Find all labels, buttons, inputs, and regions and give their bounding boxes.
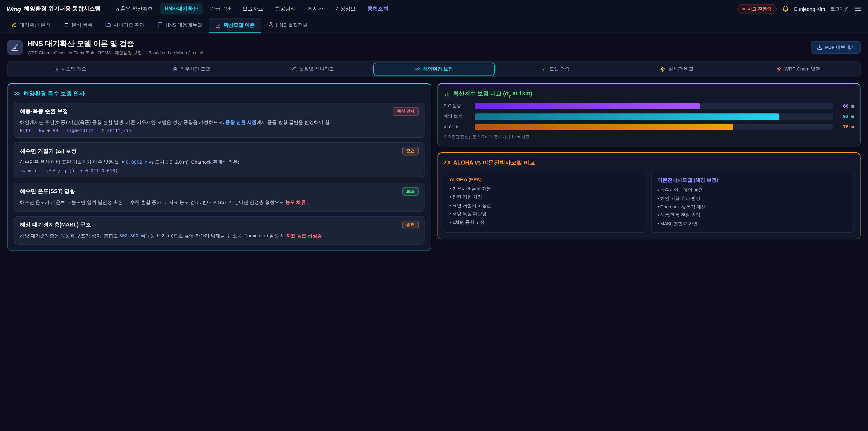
download-icon — [817, 45, 822, 50]
notification-bell-icon[interactable] — [782, 5, 789, 12]
section-tab[interactable]: 시스템 개요 — [9, 63, 130, 75]
nav-item[interactable]: 보고자료 — [238, 3, 268, 14]
gaussian-icon — [172, 66, 178, 72]
section-tab[interactable]: 가우시안 모델 — [130, 63, 252, 75]
correction-factor-list: 해풍·육풍 순환 보정핵심 인자해안에서는 주간(해풍)·야간(육풍) 풍향 전… — [14, 102, 424, 245]
page-title: HNS 대기확산 모델 이론 및 검증 — [28, 39, 204, 49]
brand-title: 해양환경 위기대응 통합시스템 — [24, 5, 101, 13]
subtab[interactable]: HNS 대응매뉴얼 — [151, 18, 208, 33]
page-subtitle: WRF-Chem · Gaussian Plume/Puff · ROMS · … — [28, 50, 204, 56]
menu-icon[interactable] — [854, 5, 862, 12]
section-tab-label: 시스템 개요 — [61, 66, 86, 72]
section-tab[interactable]: 물질별 시나리오 — [252, 63, 373, 75]
model-comparison-title: ALOHA vs 이문진박사모델 비교 — [453, 159, 535, 166]
brand-logo: Wing — [6, 5, 21, 12]
subtab-bar: 대기확산 분석분석 목록시나리오 관리HNS 대응매뉴얼확산모델 이론HNS 물… — [0, 18, 868, 33]
chart-bar-row: 해양 보정92 m — [444, 113, 854, 120]
sigma-title: 확산계수 보정 비교 (σy at 1km) — [453, 90, 532, 98]
nav-item[interactable]: 유출유 확산예측 — [111, 3, 157, 14]
section-tab[interactable]: 모델 검증 — [495, 63, 616, 75]
subtab[interactable]: 대기확산 분석 — [5, 18, 57, 33]
section-tab-label: 실시간 비교 — [669, 66, 693, 72]
bar-value: 92 m — [838, 114, 854, 119]
comparison-column-header: ALOHA (EPA) — [450, 177, 640, 182]
factor-formula: θ(t) = θ₀ + Δθ · sigmoid((t - t_shift)/τ… — [20, 128, 418, 133]
nav-item[interactable]: 긴급구난 — [206, 3, 235, 14]
subtab[interactable]: 시나리오 관리 — [99, 18, 151, 33]
model-comparison-header: ALOHA vs 이문진박사모델 비교 — [444, 159, 854, 166]
user-name[interactable]: Eunjeong Kim — [794, 6, 825, 11]
subtab-label: 대기확산 분석 — [20, 22, 51, 28]
subtab[interactable]: 확산모델 이론 — [209, 18, 261, 33]
wave-icon — [415, 66, 421, 72]
factor-description: 해수면 온도가 기온보다 높으면 열적 불안정 촉진 → 수직 혼합 증가 → … — [20, 198, 418, 207]
factor-title: 해수면 거칠기 (z₀) 보정 — [20, 148, 76, 155]
correction-factor: 해수면 거칠기 (z₀) 보정중요해수면은 육상 대비 표면 거칠기가 매우 낮… — [14, 143, 424, 178]
subtab[interactable]: HNS 물질정보 — [262, 18, 314, 33]
section-tab-label: WRF-Chem 발전 — [784, 66, 820, 72]
factor-description: 해양 대기경계층은 육상과 구조가 상이. 혼합고 300~800 m(육상 1… — [20, 232, 418, 240]
bar-label: P-G 원형 — [444, 103, 470, 109]
factor-title: 해풍·육풍 순환 보정 — [20, 107, 68, 115]
brand: Wing 해양환경 위기대응 통합시스템 — [6, 5, 101, 13]
nav-item[interactable]: HNS·대기확산 — [160, 3, 203, 14]
main-content: 해양환경 특수 보정 인자 해풍·육풍 순환 보정핵심 인자해안에서는 주간(해… — [0, 83, 868, 251]
subtab-label: HNS 물질정보 — [276, 22, 308, 28]
nav-item[interactable]: 항공탐색 — [271, 3, 301, 14]
logout-button[interactable]: 로그아웃 — [831, 6, 848, 12]
comparison-column: 이문진박사모델 (해양 보정)• 가우시안 + 해양 보정• 해안 지형 효과 … — [652, 172, 854, 233]
section-tab-label: 해양환경 보정 — [423, 66, 453, 72]
subtab-label: 확산모델 이론 — [223, 22, 255, 29]
comparison-item: • 1차원 풍향 고정 — [450, 218, 640, 226]
marine-correction-header: 해양환경 특수 보정 인자 — [14, 90, 424, 98]
factor-badge: 중요 — [402, 221, 418, 229]
bar-chart-icon — [444, 91, 450, 97]
comparison-item: • Charnock z₀ 동적 계산 — [657, 203, 848, 211]
factor-badge: 보조 — [402, 187, 418, 196]
page-titles: HNS 대기확산 모델 이론 및 검증 WRF-Chem · Gaussian … — [28, 39, 204, 56]
factor-head: 해수면 거칠기 (z₀) 보정중요 — [20, 147, 418, 156]
chart-line-icon — [215, 22, 221, 28]
factor-badge: 핵심 인자 — [393, 107, 418, 116]
subtab[interactable]: 분석 목록 — [57, 18, 98, 33]
bar-chart: P-G 원형68 m해양 보정92 mALOHA78 m — [444, 103, 854, 130]
section-tab-label: 물질별 시나리오 — [299, 66, 334, 72]
incident-badge-label: 사고 진행중 — [747, 6, 772, 12]
list-icon — [63, 22, 69, 28]
flask-icon — [268, 22, 273, 28]
factor-description: 해수면은 육상 대비 표면 거칠기가 매우 낮음 (z₀ ≈ 0.0002 m … — [20, 158, 418, 166]
pdf-export-button[interactable]: PDF 내보내기 — [811, 41, 861, 54]
bar-fill — [474, 103, 700, 109]
check-square-icon — [541, 66, 547, 72]
nav-item[interactable]: 게시판 — [303, 3, 328, 14]
factor-title: 해상 대기경계층(MABL) 구조 — [20, 221, 91, 229]
comparison-item: • 표면 거칠기 고정값 — [450, 202, 640, 210]
main-nav: 유출유 확산예측HNS·대기확산긴급구난보고자료항공탐색게시판기상정보통합조회 — [111, 3, 727, 14]
chart-bars-icon — [53, 66, 59, 72]
pencil-icon — [11, 22, 17, 28]
correction-factor: 해수면 온도(SST) 영향보조해수면 온도가 기온보다 높으면 열적 불안정 … — [14, 183, 424, 212]
nav-item[interactable]: 기상정보 — [331, 3, 360, 14]
bar-fill — [474, 113, 779, 120]
subtab-label: HNS 대응매뉴얼 — [165, 22, 202, 28]
section-tab[interactable]: 해양환경 보정 — [373, 63, 495, 75]
section-tab[interactable]: 실시간 비교 — [616, 63, 738, 75]
book-icon — [157, 22, 163, 28]
sigma-comparison-card: 확산계수 보정 비교 (σy at 1km) P-G 원형68 m해양 보정92… — [437, 83, 861, 146]
model-comparison-card: ALOHA vs 이문진박사모델 비교 ALOHA (EPA)• 가우시안 플룸… — [437, 152, 861, 239]
section-tab-label: 모델 검증 — [549, 66, 569, 72]
bar-track — [474, 113, 833, 120]
chart-footnote: ※ D등급(중립), 풍속 5 m/s, 풍하거리 1 km 기준 — [444, 134, 854, 140]
factor-head: 해풍·육풍 순환 보정핵심 인자 — [20, 107, 418, 116]
nav-item[interactable]: 통합조회 — [363, 3, 393, 14]
section-tab[interactable]: WRF-Chem 발전 — [738, 63, 859, 75]
comparison-item: • 평탄 지형 가정 — [450, 193, 640, 202]
bar-value: 68 m — [838, 103, 854, 109]
page-header: HNS 대기확산 모델 이론 및 검증 WRF-Chem · Gaussian … — [0, 33, 868, 60]
factor-head: 해상 대기경계층(MABL) 구조중요 — [20, 221, 418, 229]
chart-bar-row: ALOHA78 m — [444, 124, 854, 130]
wave-icon — [14, 91, 20, 97]
marine-correction-title: 해양환경 특수 보정 인자 — [24, 90, 85, 98]
bar-label: 해양 보정 — [444, 114, 470, 119]
comparison-item: • 해양 특성 미반영 — [450, 210, 640, 218]
